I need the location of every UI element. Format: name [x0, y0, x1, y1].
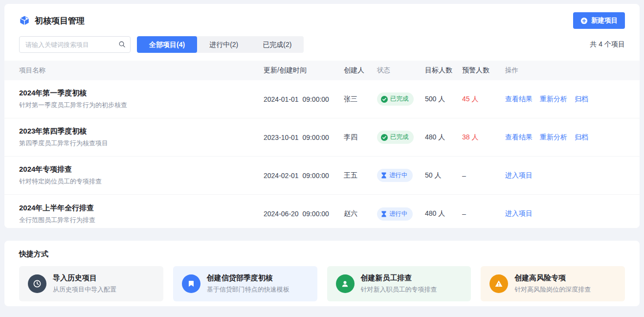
table-row: 2024年第一季度初核 针对第一季度员工异常行为的初步核查 2024-01-01…: [4, 80, 640, 118]
view-results-link[interactable]: 查看结果: [505, 95, 533, 104]
shortcut-title: 创建高风险专项: [514, 273, 591, 283]
col-header-creator: 创建人: [344, 66, 377, 75]
archive-link[interactable]: 归档: [575, 95, 588, 104]
project-filter-tabs: 全部项目(4) 进行中(2) 已完成(2): [137, 36, 304, 53]
shortcuts-panel: 快捷方式 导入历史项目 从历史项目中导入配置 创建信贷部季度初核: [4, 241, 640, 306]
project-creator: 李四: [344, 133, 377, 142]
target-count: 480 人: [425, 209, 462, 218]
project-name: 2024年上半年全行排查: [19, 204, 256, 213]
new-project-label: 新建项目: [591, 16, 618, 25]
view-results-link[interactable]: 查看结果: [505, 133, 533, 142]
shortcut-desc: 针对高风险岗位的深度排查: [514, 285, 591, 294]
project-name: 2024年专项排查: [19, 165, 256, 174]
search-box: [19, 36, 131, 53]
project-desc: 针对第一季度员工异常行为的初步核查: [19, 101, 256, 110]
shortcut-title: 创建新员工排查: [361, 273, 437, 283]
shortcut-credit-quarterly[interactable]: 创建信贷部季度初核 基于信贷部门特点的快速模板: [173, 266, 317, 301]
warning-count: –: [462, 210, 505, 218]
enter-project-link[interactable]: 进入项目: [505, 171, 533, 180]
warning-count: 45 人: [462, 95, 505, 104]
check-circle-icon: [381, 134, 388, 141]
table-row: 2023年第四季度初核 第四季度员工异常行为核查项目 2023-10-01 09…: [4, 118, 640, 157]
warning-icon: [489, 274, 508, 293]
project-creator: 王五: [344, 171, 377, 180]
col-header-time: 更新/创建时间: [264, 66, 344, 75]
total-count: 共 4 个项目: [590, 40, 625, 49]
tab-completed[interactable]: 已完成(2): [250, 36, 304, 53]
status-label: 进行中: [389, 171, 408, 180]
col-header-actions: 操作: [505, 66, 625, 75]
project-desc: 全行范围员工异常行为排查: [19, 216, 256, 225]
shortcut-import-history[interactable]: 导入历史项目 从历史项目中导入配置: [19, 266, 163, 301]
main-panel: 初核项目管理 新建项目 全部项目(4) 进行中(2): [4, 4, 640, 228]
tab-in-progress[interactable]: 进行中(2): [197, 36, 250, 53]
plus-circle-icon: [580, 17, 588, 24]
status-label: 已完成: [390, 133, 409, 141]
page-title: 初核项目管理: [35, 15, 85, 26]
project-desc: 针对特定岗位员工的专项排查: [19, 177, 256, 186]
shortcut-title: 导入历史项目: [53, 273, 116, 283]
table-header: 项目名称 更新/创建时间 创建人 状态 目标人数 预警人数 操作: [4, 61, 640, 80]
project-name: 2023年第四季度初核: [19, 127, 256, 136]
tab-all-projects[interactable]: 全部项目(4): [137, 36, 197, 53]
target-count: 500 人: [425, 95, 462, 104]
shortcut-desc: 针对新入职员工的专项排查: [361, 285, 437, 294]
toolbar: 全部项目(4) 进行中(2) 已完成(2) 共 4 个项目: [4, 35, 640, 61]
col-header-name: 项目名称: [19, 66, 264, 75]
status-badge: 已完成: [377, 92, 414, 106]
col-header-warning: 预警人数: [462, 66, 505, 75]
project-time: 2024-01-01 09:00:00: [264, 95, 344, 103]
hourglass-icon: [381, 172, 387, 179]
bookmark-icon: [182, 274, 200, 293]
new-project-button[interactable]: 新建项目: [573, 12, 625, 29]
project-name: 2024年第一季度初核: [19, 89, 256, 98]
reanalyze-link[interactable]: 重新分析: [540, 95, 567, 104]
target-count: 50 人: [425, 171, 462, 180]
status-label: 已完成: [390, 95, 409, 103]
col-header-target: 目标人数: [425, 66, 462, 75]
shortcut-desc: 基于信贷部门特点的快速模板: [207, 285, 289, 294]
project-desc: 第四季度员工异常行为核查项目: [19, 139, 256, 148]
project-time: 2024-06-20 09:00:00: [264, 210, 344, 218]
shortcut-new-employee[interactable]: 创建新员工排查 针对新入职员工的专项排查: [327, 266, 471, 301]
status-badge: 进行中: [377, 207, 413, 221]
table-row: 2024年专项排查 针对特定岗位员工的专项排查 2024-02-01 09:00…: [4, 157, 640, 195]
shortcut-desc: 从历史项目中导入配置: [53, 285, 116, 294]
warning-count: 38 人: [462, 133, 505, 142]
status-badge: 进行中: [377, 169, 413, 182]
search-icon[interactable]: [118, 41, 126, 50]
status-label: 进行中: [389, 210, 408, 218]
search-input[interactable]: [19, 36, 131, 53]
check-circle-icon: [381, 96, 388, 103]
project-creator: 张三: [344, 95, 377, 104]
user-icon: [336, 274, 355, 293]
shortcut-high-risk[interactable]: 创建高风险专项 针对高风险岗位的深度排查: [481, 266, 625, 301]
project-creator: 赵六: [344, 209, 377, 218]
archive-link[interactable]: 归档: [575, 133, 588, 142]
project-time: 2023-10-01 09:00:00: [264, 134, 344, 141]
page-header: 初核项目管理 新建项目: [4, 4, 640, 35]
clock-icon: [28, 274, 46, 293]
warning-count: –: [462, 172, 505, 180]
reanalyze-link[interactable]: 重新分析: [540, 133, 567, 142]
shortcuts-title: 快捷方式: [19, 249, 625, 259]
hourglass-icon: [381, 211, 387, 217]
enter-project-link[interactable]: 进入项目: [505, 209, 533, 218]
col-header-status: 状态: [377, 66, 425, 75]
cube-icon: [19, 15, 30, 26]
target-count: 480 人: [425, 133, 462, 142]
project-time: 2024-02-01 09:00:00: [264, 172, 344, 180]
table-row: 2024年上半年全行排查 全行范围员工异常行为排查 2024-06-20 09:…: [4, 195, 640, 228]
status-badge: 已完成: [377, 131, 414, 144]
shortcut-title: 创建信贷部季度初核: [207, 273, 289, 283]
